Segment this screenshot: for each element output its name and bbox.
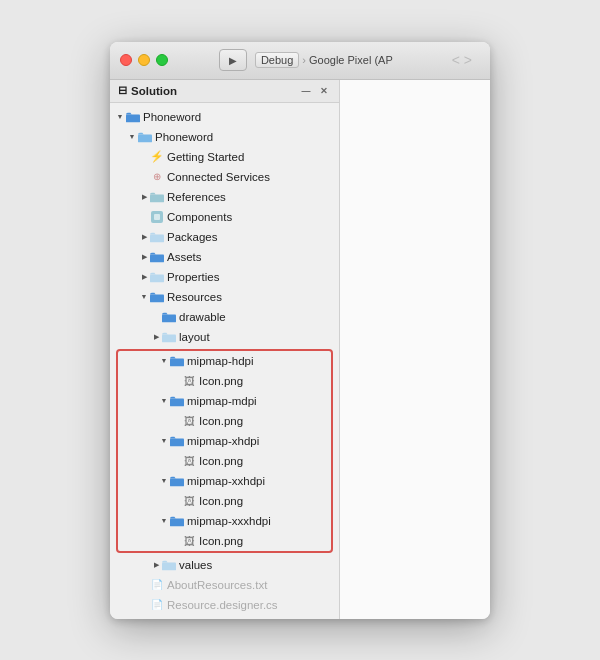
references-icon <box>150 190 164 204</box>
panel-title: Solution <box>131 85 177 97</box>
close-button[interactable] <box>120 54 132 66</box>
layout-label: layout <box>179 331 210 343</box>
svg-rect-10 <box>162 334 176 342</box>
icon-xxhdpi-file-icon: 🖼 <box>182 494 196 508</box>
properties-icon <box>150 270 164 284</box>
assets-label: Assets <box>167 251 202 263</box>
highlight-box: mipmap-hdpi 🖼 Icon.png <box>116 349 333 553</box>
tree-item-values[interactable]: values <box>110 555 339 575</box>
components-label: Components <box>167 211 232 223</box>
resource-designer-label: Resource.designer.cs <box>167 599 278 611</box>
tree-item-assets[interactable]: Assets <box>110 247 339 267</box>
tree-item-about-resources[interactable]: 📄 AboutResources.txt <box>110 575 339 595</box>
about-resources-label: AboutResources.txt <box>167 579 267 591</box>
tree-item-phoneword[interactable]: Phoneword <box>110 127 339 147</box>
mipmap-xxhdpi-label: mipmap-xxhdpi <box>187 475 265 487</box>
debug-config-label[interactable]: Debug <box>255 52 299 68</box>
tree-item-layout[interactable]: layout <box>110 327 339 347</box>
svg-rect-7 <box>150 274 164 282</box>
tree-item-mipmap-xxxhdpi[interactable]: mipmap-xxxhdpi <box>118 511 331 531</box>
titlebar: ▶ Debug › Google Pixel (AP < > <box>110 42 490 80</box>
icon-xxxhdpi-label: Icon.png <box>199 535 243 547</box>
drawable-label: drawable <box>179 311 226 323</box>
references-triangle <box>138 191 150 203</box>
svg-rect-6 <box>150 254 164 262</box>
icon-xxhdpi-label: Icon.png <box>199 495 243 507</box>
tree-item-properties[interactable]: Properties <box>110 267 339 287</box>
getting-started-icon: ⚡ <box>150 150 164 164</box>
tree-item-drawable[interactable]: drawable <box>110 307 339 327</box>
nav-arrows: < > <box>444 53 480 67</box>
root-folder-icon <box>126 110 140 124</box>
phoneword-triangle <box>126 131 138 143</box>
panel-minimize-icon[interactable]: — <box>299 84 313 98</box>
tree-root[interactable]: Phoneword <box>110 107 339 127</box>
content-area: ⊟ Solution — ✕ <box>110 80 490 619</box>
mipmap-xxxhdpi-icon <box>170 514 184 528</box>
run-icon: ▶ <box>229 55 237 66</box>
panel-close-icon[interactable]: ✕ <box>317 84 331 98</box>
mipmap-hdpi-triangle <box>158 355 170 367</box>
mipmap-mdpi-triangle <box>158 395 170 407</box>
svg-rect-4 <box>154 214 160 220</box>
values-label: values <box>179 559 212 571</box>
svg-rect-15 <box>170 518 184 526</box>
tree-item-icon-hdpi[interactable]: 🖼 Icon.png <box>118 371 331 391</box>
nav-back-button[interactable]: < <box>452 53 460 67</box>
icon-xhdpi-file-icon: 🖼 <box>182 454 196 468</box>
solution-icon: ⊟ <box>118 84 127 97</box>
tree-item-references[interactable]: References <box>110 187 339 207</box>
resource-designer-icon: 📄 <box>150 598 164 612</box>
svg-rect-9 <box>162 314 176 322</box>
properties-triangle <box>138 271 150 283</box>
assets-triangle <box>138 251 150 263</box>
phoneword-folder-icon <box>138 130 152 144</box>
tree-item-mipmap-xxhdpi[interactable]: mipmap-xxhdpi <box>118 471 331 491</box>
tree-item-mipmap-mdpi[interactable]: mipmap-mdpi <box>118 391 331 411</box>
icon-mdpi-label: Icon.png <box>199 415 243 427</box>
mipmap-hdpi-label: mipmap-hdpi <box>187 355 253 367</box>
packages-icon <box>150 230 164 244</box>
layout-triangle <box>150 331 162 343</box>
components-icon <box>150 210 164 224</box>
tree-item-connected-services[interactable]: ⊕ Connected Services <box>110 167 339 187</box>
tree-item-resource-designer[interactable]: 📄 Resource.designer.cs <box>110 595 339 615</box>
nav-forward-button[interactable]: > <box>464 53 472 67</box>
mipmap-mdpi-icon <box>170 394 184 408</box>
panel-header: ⊟ Solution — ✕ <box>110 80 339 103</box>
run-button[interactable]: ▶ <box>219 49 247 71</box>
references-label: References <box>167 191 226 203</box>
tree-item-mipmap-xhdpi[interactable]: mipmap-xhdpi <box>118 431 331 451</box>
tree-item-components[interactable]: Components <box>110 207 339 227</box>
tree-area: Phoneword Phoneword <box>110 103 339 619</box>
svg-rect-5 <box>150 234 164 242</box>
phoneword-label: Phoneword <box>155 131 213 143</box>
mipmap-hdpi-icon <box>170 354 184 368</box>
panel-header-left: ⊟ Solution <box>118 84 177 97</box>
tree-item-icon-xxhdpi[interactable]: 🖼 Icon.png <box>118 491 331 511</box>
resources-triangle <box>138 291 150 303</box>
tree-item-icon-xhdpi[interactable]: 🖼 Icon.png <box>118 451 331 471</box>
tree-item-icon-mdpi[interactable]: 🖼 Icon.png <box>118 411 331 431</box>
device-label: Google Pixel (AP <box>309 54 393 66</box>
icon-hdpi-file-icon: 🖼 <box>182 374 196 388</box>
mipmap-xxxhdpi-triangle <box>158 515 170 527</box>
connected-services-icon: ⊕ <box>150 170 164 184</box>
svg-rect-13 <box>170 438 184 446</box>
svg-rect-0 <box>126 114 140 122</box>
maximize-button[interactable] <box>156 54 168 66</box>
tree-item-resources[interactable]: Resources <box>110 287 339 307</box>
tree-item-icon-xxxhdpi[interactable]: 🖼 Icon.png <box>118 531 331 551</box>
tree-item-mipmap-hdpi[interactable]: mipmap-hdpi <box>118 351 331 371</box>
minimize-button[interactable] <box>138 54 150 66</box>
tree-item-getting-started[interactable]: ⚡ Getting Started <box>110 147 339 167</box>
mipmap-xxxhdpi-label: mipmap-xxxhdpi <box>187 515 271 527</box>
properties-label: Properties <box>167 271 219 283</box>
connected-services-label: Connected Services <box>167 171 270 183</box>
mipmap-xxhdpi-triangle <box>158 475 170 487</box>
breadcrumb-sep1: › <box>302 54 306 66</box>
assets-icon <box>150 250 164 264</box>
panel-header-icons: — ✕ <box>299 84 331 98</box>
svg-rect-12 <box>170 398 184 406</box>
tree-item-packages[interactable]: Packages <box>110 227 339 247</box>
